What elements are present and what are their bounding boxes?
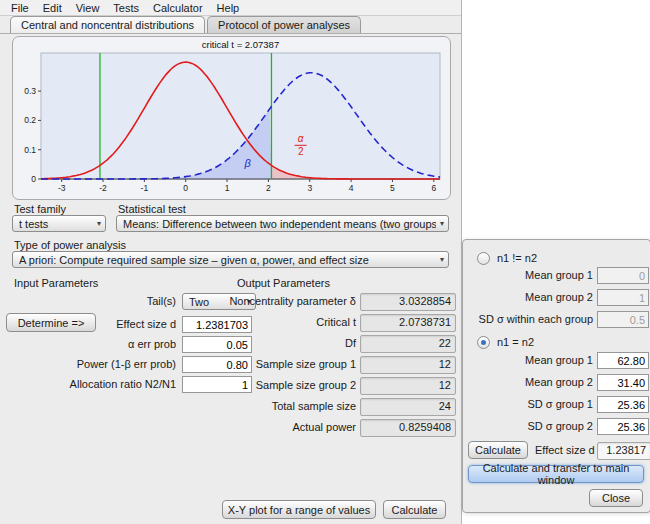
critical-t-value: 2.0738731 (360, 314, 456, 332)
svg-text:4: 4 (349, 183, 354, 193)
svg-text:β: β (244, 157, 252, 169)
svg-text:0: 0 (31, 174, 36, 184)
option-n1-ne-n2-label: n1 != n2 (497, 252, 537, 264)
menu-edit[interactable]: Edit (36, 2, 69, 14)
distribution-chart: -3-2-1012345600.10.20.3βα2critical t = 2… (12, 36, 451, 200)
menu-file[interactable]: File (4, 2, 36, 14)
test-family-select[interactable]: t tests ▾ (12, 215, 106, 232)
mean-group1-a-label: Mean group 1 (467, 269, 593, 281)
alpha-err-label: α err prob (46, 338, 176, 350)
svg-text:1: 1 (225, 183, 230, 193)
main-window: File Edit View Tests Calculator Help Cen… (0, 0, 462, 524)
svg-text:6: 6 (431, 183, 436, 193)
power-label: Power (1-β err prob) (46, 358, 176, 370)
mean-group2-a-input[interactable] (597, 289, 649, 306)
svg-text:2: 2 (266, 183, 271, 193)
drawer-effect-size-label: Effect size d (535, 444, 595, 456)
screen: { "menu": {"items": ["File", "Edit", "Vi… (0, 0, 650, 524)
sample-size-2-label: Sample size group 2 (222, 379, 356, 391)
svg-text:0.2: 0.2 (24, 115, 36, 125)
total-sample-value: 24 (360, 398, 456, 416)
drawer-calculate-button[interactable]: Calculate (468, 441, 528, 459)
svg-text:critical t = 2.07387: critical t = 2.07387 (202, 39, 279, 50)
sample-size-2-value: 12 (360, 377, 456, 395)
mean-group2-b-input[interactable] (597, 374, 649, 391)
close-button[interactable]: Close (589, 489, 643, 507)
sample-size-1-value: 12 (360, 356, 456, 374)
svg-text:-1: -1 (141, 183, 149, 193)
menu-calculator[interactable]: Calculator (146, 2, 210, 14)
actual-power-label: Actual power (222, 421, 356, 433)
sd-group2-label: SD σ group 2 (467, 420, 593, 432)
output-params-heading: Output Parameters (237, 277, 330, 289)
dropdown-arrow-icon: ▾ (440, 255, 444, 264)
calculate-button[interactable]: Calculate (383, 500, 446, 519)
mean-group1-b-input[interactable] (597, 352, 649, 369)
svg-text:-2: -2 (99, 183, 107, 193)
effect-size-drawer: n1 != n2 Mean group 1 Mean group 2 SD σ … (462, 239, 650, 513)
radio-n1-eq-n2[interactable] (477, 336, 490, 349)
tab-strip: Central and noncentral distributions Pro… (10, 16, 361, 34)
df-label: Df (222, 337, 356, 349)
sd-within-input[interactable] (597, 311, 649, 328)
sd-within-label: SD σ within each group (467, 313, 593, 325)
power-analysis-select[interactable]: A priori: Compute required sample size –… (12, 251, 449, 268)
svg-text:α: α (298, 133, 304, 144)
svg-text:0.1: 0.1 (24, 145, 36, 155)
sd-group2-input[interactable] (597, 418, 649, 435)
mean-group2-a-label: Mean group 2 (467, 291, 593, 303)
power-analysis-value: A priori: Compute required sample size –… (19, 254, 436, 266)
statistical-test-select[interactable]: Means: Difference between two independen… (116, 215, 449, 232)
svg-text:3: 3 (307, 183, 312, 193)
svg-text:0: 0 (183, 183, 188, 193)
input-params-heading: Input Parameters (14, 277, 98, 289)
chart-svg: -3-2-1012345600.10.20.3βα2critical t = 2… (13, 37, 448, 197)
total-sample-label: Total sample size (222, 400, 356, 412)
sd-group1-label: SD σ group 1 (467, 398, 593, 410)
menu-tests[interactable]: Tests (106, 2, 146, 14)
sample-size-1-label: Sample size group 1 (222, 358, 356, 370)
drawer-effect-size-value: 1.23817 (597, 442, 650, 460)
xy-plot-button[interactable]: X-Y plot for a range of values (222, 500, 376, 519)
statistical-test-label: Statistical test (118, 203, 186, 215)
svg-text:-3: -3 (58, 183, 66, 193)
power-analysis-label: Type of power analysis (14, 239, 126, 251)
tab-protocol[interactable]: Protocol of power analyses (207, 16, 361, 34)
test-family-value: t tests (19, 218, 93, 230)
critical-t-label: Critical t (222, 316, 356, 328)
df-value: 22 (360, 335, 456, 353)
tails-label: Tail(s) (46, 295, 176, 307)
actual-power-value: 0.8259408 (360, 419, 456, 437)
menu-bar: File Edit View Tests Calculator Help (0, 0, 461, 16)
mean-group2-b-label: Mean group 2 (467, 376, 593, 388)
test-family-label: Test family (14, 203, 66, 215)
svg-text:2: 2 (298, 146, 304, 157)
dropdown-arrow-icon: ▾ (97, 219, 101, 228)
noncentrality-label: Noncentrality parameter δ (222, 295, 356, 307)
effect-size-label: Effect size d (46, 318, 176, 330)
tab-central-noncentral[interactable]: Central and noncentral distributions (10, 16, 205, 34)
allocation-ratio-label: Allocation ratio N2/N1 (46, 378, 176, 390)
transfer-button[interactable]: Calculate and transfer to main window (468, 465, 644, 483)
dropdown-arrow-icon: ▾ (440, 219, 444, 228)
option-n1-eq-n2-label: n1 = n2 (497, 336, 534, 348)
statistical-test-value: Means: Difference between two independen… (123, 218, 436, 230)
menu-view[interactable]: View (69, 2, 107, 14)
mean-group1-a-input[interactable] (597, 267, 649, 284)
noncentrality-value: 3.0328854 (360, 293, 456, 311)
sd-group1-input[interactable] (597, 396, 649, 413)
tab-divider (0, 33, 461, 34)
menu-help[interactable]: Help (210, 2, 247, 14)
mean-group1-b-label: Mean group 1 (467, 354, 593, 366)
svg-text:5: 5 (390, 183, 395, 193)
svg-text:0.3: 0.3 (24, 86, 36, 96)
radio-n1-ne-n2[interactable] (477, 252, 490, 265)
